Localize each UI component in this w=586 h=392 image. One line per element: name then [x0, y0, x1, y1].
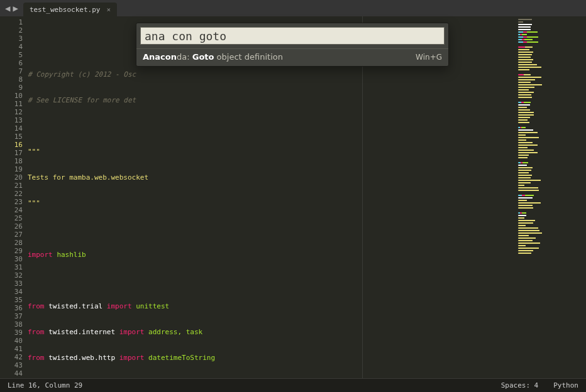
nav-back-icon[interactable]: ◀ — [5, 3, 10, 13]
command-palette-input[interactable] — [140, 27, 445, 45]
command-palette: Anaconda: Goto object definition Win+G — [136, 23, 449, 67]
tab-file[interactable]: test_websocket.py × — [23, 3, 117, 16]
tab-filename: test_websocket.py — [30, 6, 101, 14]
editor[interactable]: 1234567891011121314151617181920212223242… — [0, 16, 586, 378]
nav-forward-icon[interactable]: ▶ — [13, 3, 18, 13]
syntax-language[interactable]: Python — [553, 381, 578, 389]
titlebar: ◀ ▶ test_websocket.py × — [0, 0, 586, 16]
close-icon[interactable]: × — [106, 6, 111, 14]
indent-setting[interactable]: Spaces: 4 — [501, 381, 539, 389]
keybinding-label: Win+G — [416, 53, 442, 62]
minimap[interactable] — [517, 16, 586, 378]
statusbar: Line 16, Column 29 Spaces: 4 Python — [0, 378, 586, 392]
code-area[interactable]: # Copyright (c) 2012 - Osc # See LICENSE… — [28, 16, 517, 378]
gutter: 1234567891011121314151617181920212223242… — [0, 16, 28, 378]
column-ruler — [362, 16, 363, 378]
command-palette-result[interactable]: Anaconda: Goto object definition Win+G — [136, 48, 448, 66]
nav-arrows: ◀ ▶ — [0, 3, 23, 13]
cursor-position: Line 16, Column 29 — [8, 381, 501, 389]
